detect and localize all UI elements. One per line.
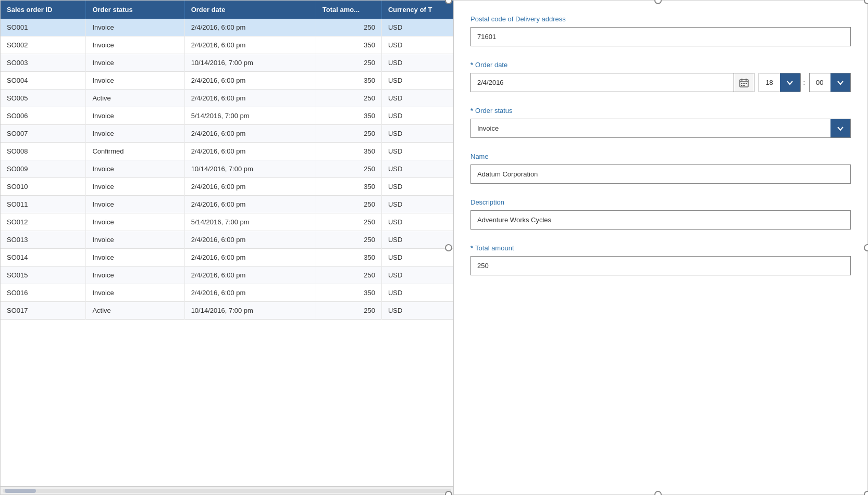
table-cell: 350: [316, 36, 381, 54]
col-header-date[interactable]: Order date: [184, 1, 316, 19]
table-cell: 5/14/2016, 7:00 pm: [184, 107, 316, 125]
name-input[interactable]: [470, 164, 851, 184]
table-cell: 350: [316, 284, 381, 302]
table-cell: 2/4/2016, 6:00 pm: [184, 266, 316, 284]
resize-handle-bottom-mid[interactable]: [654, 491, 662, 495]
table-row[interactable]: SO017Active10/14/2016, 7:00 pm250USD: [1, 302, 453, 320]
table-body: SO001Invoice2/4/2016, 6:00 pm250USDSO002…: [1, 19, 453, 320]
table-row[interactable]: SO003Invoice10/14/2016, 7:00 pm250USD: [1, 54, 453, 72]
table-scroll-wrapper[interactable]: Sales order ID Order status Order date T…: [1, 1, 453, 486]
table-cell: 250: [316, 231, 381, 249]
table-row[interactable]: SO007Invoice2/4/2016, 6:00 pm250USD: [1, 125, 453, 143]
table-row[interactable]: SO015Invoice2/4/2016, 6:00 pm250USD: [1, 266, 453, 284]
table-row[interactable]: SO005Active2/4/2016, 6:00 pm250USD: [1, 90, 453, 107]
table-row[interactable]: SO013Invoice2/4/2016, 6:00 pm250USD: [1, 231, 453, 249]
table-cell: Invoice: [86, 178, 184, 196]
postal-code-label: Postal code of Delivery address: [470, 15, 851, 23]
table-cell: SO005: [1, 90, 86, 107]
date-input-wrapper: [470, 73, 754, 92]
date-text-input[interactable]: [471, 73, 734, 92]
col-header-id[interactable]: Sales order ID: [1, 1, 86, 19]
horizontal-scrollbar[interactable]: [1, 486, 453, 494]
form-panel: Postal code of Delivery address * Order …: [454, 1, 867, 494]
table-cell: 2/4/2016, 6:00 pm: [184, 178, 316, 196]
table-cell: 2/4/2016, 6:00 pm: [184, 249, 316, 266]
total-amount-field: * Total amount: [470, 244, 851, 275]
table-cell: Invoice: [86, 107, 184, 125]
table-row[interactable]: SO006Invoice5/14/2016, 7:00 pm350USD: [1, 107, 453, 125]
table-row[interactable]: SO014Invoice2/4/2016, 6:00 pm350USD: [1, 249, 453, 266]
table-cell: SO002: [1, 36, 86, 54]
table-cell: SO010: [1, 178, 86, 196]
table-cell: 10/14/2016, 7:00 pm: [184, 160, 316, 178]
description-input[interactable]: [470, 210, 851, 230]
hour-dropdown-button[interactable]: [780, 73, 800, 92]
order-date-label: * Order date: [470, 61, 851, 69]
table-row[interactable]: SO002Invoice2/4/2016, 6:00 pm350USD: [1, 36, 453, 54]
table-row[interactable]: SO004Invoice2/4/2016, 6:00 pm350USD: [1, 72, 453, 90]
table-cell: 2/4/2016, 6:00 pm: [184, 90, 316, 107]
postal-code-field: Postal code of Delivery address: [470, 15, 851, 46]
table-cell: Invoice: [86, 72, 184, 90]
name-label: Name: [470, 153, 851, 160]
table-cell: SO001: [1, 19, 86, 36]
minute-value: 00: [810, 73, 830, 92]
status-dropdown-button[interactable]: [830, 119, 850, 137]
table-cell: USD: [381, 231, 453, 249]
table-cell: 350: [316, 249, 381, 266]
hour-select-wrapper: 18: [759, 73, 800, 92]
table-cell: SO009: [1, 160, 86, 178]
table-panel: Sales order ID Order status Order date T…: [1, 1, 454, 494]
table-cell: USD: [381, 72, 453, 90]
table-cell: SO008: [1, 143, 86, 160]
total-amount-input[interactable]: [470, 256, 851, 275]
table-cell: 2/4/2016, 6:00 pm: [184, 196, 316, 213]
table-row[interactable]: SO009Invoice10/14/2016, 7:00 pm250USD: [1, 160, 453, 178]
description-field: Description: [470, 198, 851, 230]
table-row[interactable]: SO016Invoice2/4/2016, 6:00 pm350USD: [1, 284, 453, 302]
svg-rect-4: [741, 83, 742, 84]
table-cell: Confirmed: [86, 143, 184, 160]
resize-handle-bottom-left[interactable]: [445, 491, 452, 495]
col-header-amount[interactable]: Total amo...: [316, 1, 381, 19]
total-amount-label: * Total amount: [470, 244, 851, 252]
table-cell: 250: [316, 302, 381, 320]
resize-handle-bottom-right[interactable]: [864, 491, 868, 495]
postal-code-input[interactable]: [470, 27, 851, 46]
resize-handle-mid-right[interactable]: [864, 244, 868, 251]
table-cell: 350: [316, 143, 381, 160]
col-header-currency[interactable]: Currency of T: [381, 1, 453, 19]
table-cell: SO007: [1, 125, 86, 143]
table-cell: SO013: [1, 231, 86, 249]
table-cell: USD: [381, 160, 453, 178]
table-row[interactable]: SO012Invoice5/14/2016, 7:00 pm250USD: [1, 213, 453, 231]
order-status-label-text: Order status: [475, 107, 513, 115]
table-cell: USD: [381, 36, 453, 54]
chevron-down-icon-3: [837, 125, 844, 132]
table-cell: USD: [381, 19, 453, 36]
table-cell: 2/4/2016, 6:00 pm: [184, 72, 316, 90]
chevron-down-icon: [786, 79, 793, 86]
calendar-icon: [739, 78, 749, 87]
table-cell: USD: [381, 302, 453, 320]
table-cell: USD: [381, 284, 453, 302]
table-cell: Active: [86, 302, 184, 320]
minute-dropdown-button[interactable]: [830, 73, 850, 92]
table-row[interactable]: SO011Invoice2/4/2016, 6:00 pm250USD: [1, 196, 453, 213]
hour-value: 18: [759, 73, 780, 92]
table-cell: 250: [316, 160, 381, 178]
calendar-button[interactable]: [734, 73, 754, 92]
order-status-label: * Order status: [470, 107, 851, 115]
table-row[interactable]: SO008Confirmed2/4/2016, 6:00 pm350USD: [1, 143, 453, 160]
total-amount-required: *: [470, 244, 473, 252]
table-cell: SO016: [1, 284, 86, 302]
col-header-status[interactable]: Order status: [86, 1, 184, 19]
main-container: Sales order ID Order status Order date T…: [0, 0, 868, 495]
table-cell: 2/4/2016, 6:00 pm: [184, 125, 316, 143]
order-status-required: *: [470, 107, 473, 115]
table-row[interactable]: SO001Invoice2/4/2016, 6:00 pm250USD: [1, 19, 453, 36]
h-scrollbar-thumb[interactable]: [5, 489, 36, 493]
table-cell: Invoice: [86, 125, 184, 143]
table-row[interactable]: SO010Invoice2/4/2016, 6:00 pm350USD: [1, 178, 453, 196]
resize-handle-mid-left[interactable]: [445, 244, 452, 251]
